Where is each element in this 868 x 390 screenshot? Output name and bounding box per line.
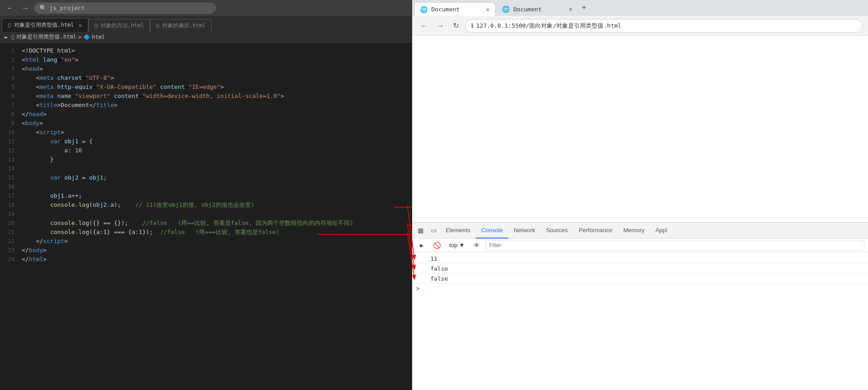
code-line-15: 15 var obj2 = obj1; [0, 173, 412, 182]
console-value-1: 11 [430, 255, 438, 262]
console-output-line-2: false [412, 264, 868, 274]
code-line-23: 23 </body> [0, 246, 412, 255]
code-line-5: 5 <meta http-equiv="X-UA-Compatible" con… [0, 83, 412, 92]
code-line-10: 10 <script> [0, 128, 412, 137]
console-clear-button[interactable]: 🚫 [430, 241, 444, 250]
devtools-tab-elements[interactable]: Elements [440, 223, 476, 239]
code-line-3: 3 <head> [0, 64, 412, 73]
browser-content-area [412, 36, 868, 222]
code-line-17: 17 obj1.a++; [0, 191, 412, 200]
devtools-tabs-bar: ▦ ▭ Elements Console Network Sources Per… [412, 223, 868, 239]
console-filter-input[interactable] [485, 240, 864, 250]
code-line-18: 18 console.log(obj2.a); // 11(改变obj1的值, … [0, 200, 412, 210]
devtools-tab-sources[interactable]: Sources [541, 223, 574, 239]
code-line-7: 7 <title>Document</title> [0, 101, 412, 110]
editor-topbar: ← → 🔍 js_project [0, 0, 412, 16]
breadcrumb-node: html [92, 34, 105, 40]
address-text: 127.0.0.1:5500/面向对象/对象是引用类型值.html [476, 22, 621, 30]
editor-panel: ← → 🔍 js_project 〈〉 对象是引用类型值.html × 〈〉 对… [0, 0, 412, 390]
code-line-4: 4 <meta charset="UTF-8"> [0, 73, 412, 83]
breadcrumb-html-icon: 🔷 [83, 34, 90, 40]
globe-icon-2: 🌐 [502, 5, 510, 13]
address-input[interactable]: ℹ 127.0.0.1:5500/面向对象/对象是引用类型值.html [465, 19, 863, 33]
browser-tab-close-2[interactable]: × [569, 5, 573, 13]
devtools-tab-application[interactable]: Appl [650, 223, 673, 239]
devtools-tab-console[interactable]: Console [476, 223, 508, 239]
browser-panel: 🌐 Document × 🌐 Document × + ← → ↻ ℹ 127.… [412, 0, 868, 390]
breadcrumb: ► 〈〉 对象是引用类型值.html > 🔷 html [0, 32, 412, 43]
tab-file-3[interactable]: 〈〉 对象的遍历.html [150, 19, 212, 32]
console-eye-button[interactable]: 👁 [471, 241, 482, 250]
code-line-6: 6 <meta name="viewport" content="width=d… [0, 92, 412, 101]
browser-tabs-row: 🌐 Document × 🌐 Document × + [412, 0, 868, 16]
tab-close-1[interactable]: × [78, 22, 82, 29]
console-value-3: false [430, 275, 448, 282]
tab-icon-3: 〈〉 [156, 23, 159, 29]
tab-label-1: 对象是引用类型值.html [14, 21, 74, 29]
code-line-13: 13 } [0, 155, 412, 164]
code-area[interactable]: 1 <!DOCTYPE html> 2 <html lang="en"> 3 <… [0, 43, 412, 390]
devtools-select-mode-button[interactable]: ▦ [414, 225, 427, 236]
browser-address-bar: ← → ↻ ℹ 127.0.0.1:5500/面向对象/对象是引用类型值.htm… [412, 16, 868, 36]
code-line-1: 1 <!DOCTYPE html> [0, 46, 412, 55]
code-line-16: 16 [0, 182, 412, 191]
devtools-panel: ▦ ▭ Elements Console Network Sources Per… [412, 222, 868, 390]
console-sidebar-button[interactable]: ► [416, 241, 428, 250]
devtools-tab-performance[interactable]: Performance [573, 223, 617, 239]
tab-label-3: 对象的遍历.html [162, 22, 206, 29]
search-text: js_project [49, 5, 85, 11]
tab-file-2[interactable]: 〈〉 对象的方法.html [88, 19, 150, 32]
browser-tab-close-1[interactable]: × [486, 6, 490, 13]
top-label: top [449, 242, 458, 249]
code-line-9: 9 <body> [0, 119, 412, 128]
tab-label-2: 对象的方法.html [101, 22, 144, 29]
console-prompt-symbol: > [416, 285, 420, 292]
chevron-down-icon: ▼ [459, 242, 465, 249]
browser-tab-2[interactable]: 🌐 Document × [497, 2, 578, 16]
code-line-2: 2 <html lang="en"> [0, 55, 412, 64]
breadcrumb-file: 对象是引用类型值.html [16, 33, 76, 41]
code-line-8: 8 </head> [0, 110, 412, 119]
browser-back-button[interactable]: ← [418, 20, 430, 32]
search-icon: 🔍 [39, 5, 47, 11]
browser-tab-1[interactable]: 🌐 Document × [414, 2, 496, 16]
console-output-line-1: 11 [412, 254, 868, 264]
lock-icon: ℹ [471, 22, 473, 29]
code-line-14: 14 [0, 164, 412, 173]
search-bar[interactable]: 🔍 js_project [34, 3, 216, 14]
breadcrumb-icon: ► 〈〉 [5, 34, 14, 40]
console-output-line-3: false [412, 274, 868, 284]
forward-button[interactable]: → [19, 3, 32, 13]
code-line-11: 11 var obj1 = { [0, 137, 412, 146]
browser-tab-label-1: Document [431, 6, 460, 13]
console-prompt[interactable]: > [412, 284, 868, 293]
devtools-tab-network[interactable]: Network [508, 223, 541, 239]
browser-forward-button[interactable]: → [434, 20, 447, 32]
back-button[interactable]: ← [4, 3, 16, 13]
code-line-20: 20 console.log({} == {}); //false (用==比较… [0, 219, 412, 228]
browser-refresh-button[interactable]: ↻ [450, 20, 462, 32]
console-toolbar: ► 🚫 top ▼ 👁 [412, 239, 868, 252]
globe-icon-1: 🌐 [420, 6, 428, 13]
tab-active-file[interactable]: 〈〉 对象是引用类型值.html × [2, 18, 88, 32]
code-line-22: 22 </script> [0, 237, 412, 246]
tab-icon-2: 〈〉 [94, 23, 98, 29]
new-tab-button[interactable]: + [579, 3, 589, 13]
editor-tabs: 〈〉 对象是引用类型值.html × 〈〉 对象的方法.html 〈〉 对象的遍… [0, 16, 412, 32]
top-context-selector[interactable]: top ▼ [446, 240, 468, 250]
code-line-24: 24 </html> [0, 255, 412, 264]
breadcrumb-sep: > [78, 34, 82, 40]
browser-tab-label-2: Document [513, 6, 542, 13]
tab-icon-1: 〈〉 [8, 22, 11, 28]
code-line-19: 19 [0, 210, 412, 219]
code-line-21: 21 console.log({a:1} === {a:1}); //false… [0, 228, 412, 237]
console-output: 11 false false > [412, 252, 868, 390]
code-line-12: 12 a: 10 [0, 146, 412, 155]
console-value-2: false [430, 265, 448, 272]
devtools-tab-memory[interactable]: Memory [618, 223, 650, 239]
devtools-mobile-button[interactable]: ▭ [427, 225, 440, 236]
